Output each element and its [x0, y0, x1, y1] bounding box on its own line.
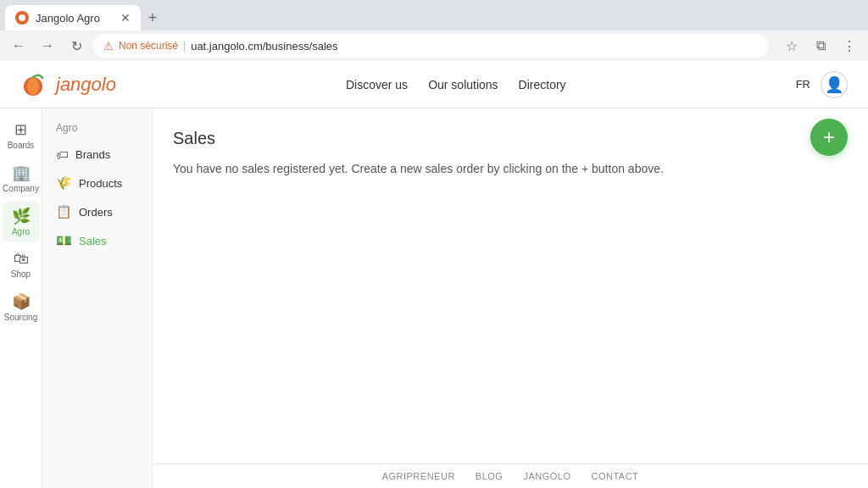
menu-item-products[interactable]: 🌾 Products [42, 169, 152, 197]
lang-button[interactable]: FR [796, 78, 810, 91]
icon-nav: ⊞ Boards 🏢 Company 🌿 Agro 🛍 Shop 📦 Sourc… [0, 108, 42, 488]
svg-point-0 [19, 14, 25, 21]
company-label: Company [3, 184, 39, 193]
nav-links: Discover us Our solutions Directory [346, 78, 566, 92]
shop-icon: 🛍 [14, 250, 29, 268]
menu-button[interactable]: ⋮ [837, 34, 861, 58]
sidebar-item-boards[interactable]: ⊞ Boards [3, 115, 40, 155]
page-title: Sales [173, 129, 848, 148]
user-avatar[interactable]: 👤 [821, 71, 848, 98]
company-icon: 🏢 [12, 164, 31, 182]
reload-button[interactable]: ↻ [64, 34, 88, 58]
browser-actions: ☆ ⧉ ⋮ [780, 34, 861, 58]
back-button[interactable]: ← [7, 34, 31, 58]
add-icon: + [823, 125, 835, 149]
side-menu-title: Agro [42, 119, 152, 141]
tab-bar: Jangolo Agro ✕ + [0, 0, 868, 30]
logo-text: jangolo [56, 74, 116, 96]
nav-directory[interactable]: Directory [519, 78, 566, 92]
app-container: jangolo Discover us Our solutions Direct… [0, 61, 868, 488]
brands-menu-icon: 🏷 [56, 147, 69, 162]
orders-menu-label: Orders [79, 206, 113, 219]
products-menu-label: Products [79, 177, 122, 190]
boards-icon: ⊞ [14, 120, 27, 139]
logo[interactable]: jangolo [20, 69, 116, 100]
menu-item-brands[interactable]: 🏷 Brands [42, 141, 152, 169]
insecure-label: Non sécurisé [119, 40, 178, 52]
agro-label: Agro [12, 227, 30, 236]
address-bar[interactable]: ⚠ Non sécurisé | uat.jangolo.cm/business… [93, 34, 768, 58]
forward-button[interactable]: → [36, 34, 59, 58]
sidebar-item-sourcing[interactable]: 📦 Sourcing [3, 287, 40, 327]
nav-right: FR 👤 [796, 71, 848, 98]
menu-item-sales[interactable]: 💵 Sales [42, 226, 152, 255]
side-menu: Agro 🏷 Brands 🌾 Products 📋 Orders 💵 Sale… [42, 108, 153, 488]
shop-label: Shop [11, 269, 31, 279]
empty-message: You have no sales registered yet. Create… [173, 162, 848, 175]
footer-contact[interactable]: CONTACT [591, 471, 638, 481]
brands-menu-label: Brands [75, 148, 110, 161]
logo-icon [20, 69, 51, 100]
extensions-button[interactable]: ⧉ [809, 34, 832, 58]
sidebar-item-agro[interactable]: 🌿 Agro [3, 202, 40, 241]
sourcing-label: Sourcing [4, 313, 37, 322]
sales-menu-label: Sales [79, 235, 107, 247]
add-sale-button[interactable]: + [810, 119, 848, 156]
browser-chrome: Jangolo Agro ✕ + ← → ↻ ⚠ Non sécurisé | … [0, 0, 868, 61]
nav-discover[interactable]: Discover us [346, 78, 408, 92]
sidebar-item-company[interactable]: 🏢 Company [3, 158, 40, 198]
active-tab[interactable]: Jangolo Agro ✕ [5, 5, 141, 30]
footer-agripreneur[interactable]: AGRIPRENEUR [382, 471, 455, 481]
new-tab-button[interactable]: + [141, 6, 164, 30]
tab-close-button[interactable]: ✕ [120, 11, 131, 25]
nav-solutions[interactable]: Our solutions [428, 78, 498, 92]
menu-item-orders[interactable]: 📋 Orders [42, 197, 152, 226]
tab-favicon [15, 11, 29, 25]
products-menu-icon: 🌾 [56, 175, 72, 191]
security-icon: ⚠ [103, 40, 114, 53]
sales-menu-icon: 💵 [56, 233, 72, 248]
bookmark-button[interactable]: ☆ [780, 34, 804, 58]
top-nav: jangolo Discover us Our solutions Direct… [0, 61, 868, 108]
sidebar-item-shop[interactable]: 🛍 Shop [3, 245, 40, 284]
sourcing-icon: 📦 [12, 292, 31, 311]
agro-icon: 🌿 [12, 207, 31, 225]
svg-point-2 [27, 78, 39, 95]
footer-jangolo[interactable]: JANGOLO [523, 471, 570, 481]
footer-blog[interactable]: BLOG [476, 471, 504, 481]
main-area: ⊞ Boards 🏢 Company 🌿 Agro 🛍 Shop 📦 Sourc… [0, 108, 868, 488]
page-content: Sales + You have no sales registered yet… [153, 108, 868, 488]
page-footer: AGRIPRENEUR BLOG JANGOLO CONTACT [153, 463, 868, 488]
browser-controls: ← → ↻ ⚠ Non sécurisé | uat.jangolo.cm/bu… [0, 30, 868, 61]
boards-label: Boards [8, 141, 35, 150]
orders-menu-icon: 📋 [56, 204, 72, 219]
address-text: uat.jangolo.cm/business/sales [191, 40, 758, 53]
tab-title: Jangolo Agro [36, 12, 100, 25]
